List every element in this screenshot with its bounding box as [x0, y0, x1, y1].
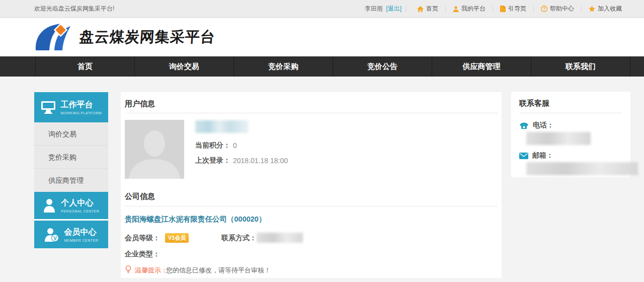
logout-link[interactable]: [退出]: [386, 5, 401, 13]
points-value: 0: [233, 142, 237, 150]
topbar-link-label: 引导页: [508, 5, 526, 13]
sidebar-item-bidding-purchase[interactable]: 竞价采购: [34, 146, 108, 169]
section-title-contact-service: 联系客服: [519, 99, 549, 108]
nav-item-inquiry[interactable]: 询价交易: [135, 56, 234, 77]
nav-item-home[interactable]: 首页: [35, 56, 135, 77]
topbar-link-label: 加入收藏: [598, 5, 622, 13]
sidebar-member-center[interactable]: V 会员中心 MEMBER CENTER: [34, 221, 108, 248]
main-nav: 首页 询价交易 竞价采购 竞价公告 供应商管理 联系我们: [0, 56, 644, 77]
points-label: 当前积分：: [195, 141, 230, 150]
lightbulb-icon: [125, 265, 131, 274]
sidebar-item-supplier[interactable]: 供应商管理: [34, 169, 108, 192]
svg-text:?: ?: [543, 6, 545, 11]
user-icon: [453, 6, 459, 12]
avatar: [125, 120, 184, 179]
help-icon: ?: [541, 6, 547, 12]
sidebar-personal-center[interactable]: 个人中心 PERSONAL CENTER: [34, 192, 108, 221]
phone-label: 电话：: [533, 121, 554, 130]
email-blur: [526, 162, 638, 175]
sidebar-member-title: 会员中心: [64, 227, 99, 238]
nav-item-supplier[interactable]: 供应商管理: [432, 56, 531, 77]
contact-method-label: 联系方式：: [221, 234, 257, 243]
nav-item-bidding-notice[interactable]: 竞价公告: [333, 56, 432, 77]
company-name-link[interactable]: 贵阳海螺盘江水泥有限责任公司（000020）: [125, 215, 266, 224]
logo-icon: [34, 22, 74, 52]
section-title-company-info: 公司信息: [125, 192, 155, 201]
tip-label: 温馨提示：: [135, 266, 168, 275]
topbar-link-my-platform[interactable]: 我的平台: [446, 5, 493, 13]
guide-icon: [500, 6, 506, 12]
last-login-value: 2018.01.18 18:00: [233, 157, 288, 165]
topbar-link-label: 我的平台: [461, 5, 486, 13]
sidebar-personal-subtitle: PERSONAL CENTER: [61, 209, 99, 213]
phone-number-blur: [526, 132, 591, 145]
tip-text: 您的信息已修改，请等待平台审核！: [166, 266, 271, 275]
content-area: 工作平台 WORKING PLATFORM 询价交易 竞价采购 供应商管理 个人…: [0, 77, 644, 282]
user-info-panel: 用户信息 当前积分： 0 上次登录： 2018.01.18 18:00 公司信息…: [121, 92, 502, 278]
nav-item-bidding-purchase[interactable]: 竞价采购: [234, 56, 333, 77]
member-level-label: 会员等级：: [125, 234, 160, 243]
last-login-label: 上次登录：: [195, 156, 230, 165]
section-title-user-info: 用户信息: [125, 99, 155, 109]
sidebar-work-title: 工作平台: [61, 100, 102, 110]
star-icon: [589, 6, 595, 12]
logo-band: 盘云煤炭网集采平台: [0, 18, 644, 56]
topbar: 欢迎光临盘云煤炭网集采平台! 李田雨 [退出] 首页 我的平台 引导页: [0, 0, 644, 18]
phone-row: 电话：: [519, 121, 554, 130]
username: 李田雨: [365, 5, 383, 13]
phone-icon: [519, 121, 529, 129]
divider: [406, 6, 406, 12]
sidebar-personal-title: 个人中心: [61, 198, 99, 208]
site-title: 盘云煤炭网集采平台: [79, 27, 216, 47]
contact-service-panel: 联系客服 电话： 邮箱：: [511, 92, 630, 177]
divider: [125, 206, 498, 206]
sidebar-item-inquiry[interactable]: 询价交易: [34, 122, 108, 146]
topbar-link-favorite[interactable]: 加入收藏: [582, 5, 629, 13]
email-label: 邮箱：: [532, 151, 553, 160]
nav-item-contact[interactable]: 联系我们: [531, 56, 630, 77]
sidebar-menu: 询价交易 竞价采购 供应商管理: [34, 122, 108, 192]
monitor-icon: [41, 101, 56, 114]
divider: [125, 113, 498, 113]
topbar-link-guide[interactable]: 引导页: [493, 5, 533, 13]
sidebar-member-subtitle: MEMBER CENTER: [64, 239, 99, 242]
divider: [519, 113, 622, 113]
sidebar-work-platform[interactable]: 工作平台 WORKING PLATFORM: [34, 92, 108, 122]
topbar-link-home[interactable]: 首页: [410, 5, 445, 13]
sidebar-work-subtitle: WORKING PLATFORM: [61, 111, 102, 115]
topbar-link-label: 首页: [426, 5, 438, 13]
email-row: 邮箱：: [519, 151, 553, 160]
member-icon: V: [44, 228, 59, 242]
home-icon: [417, 6, 424, 12]
envelope-icon: [519, 153, 528, 159]
contact-method-blur: [257, 233, 303, 243]
member-level-badge: V1会员: [165, 233, 189, 243]
sidebar: 工作平台 WORKING PLATFORM 询价交易 竞价采购 供应商管理 个人…: [34, 92, 108, 248]
company-type-label: 企业类型：: [125, 250, 160, 259]
username-blur: [195, 120, 249, 133]
topbar-link-help[interactable]: ? 帮助中心: [534, 5, 581, 13]
svg-text:V: V: [53, 235, 57, 241]
welcome-text: 欢迎光临盘云煤炭网集采平台!: [34, 5, 114, 13]
person-icon: [43, 198, 56, 213]
topbar-link-label: 帮助中心: [550, 5, 574, 13]
site-logo[interactable]: 盘云煤炭网集采平台: [34, 22, 215, 52]
